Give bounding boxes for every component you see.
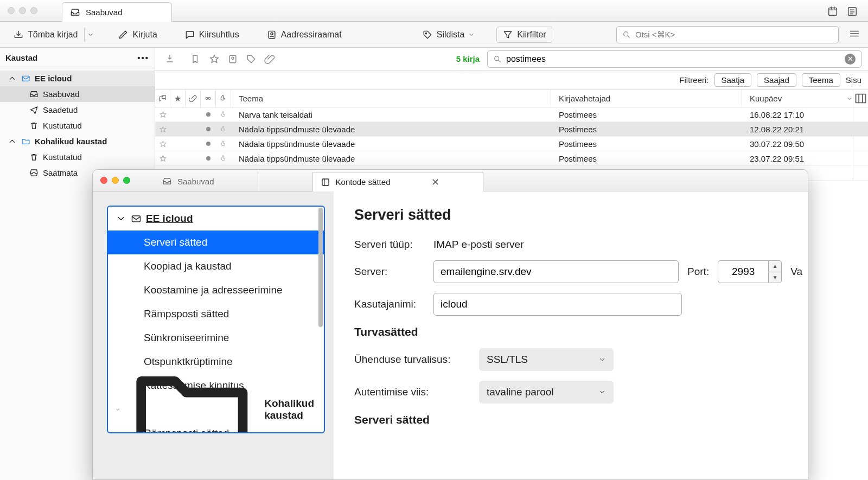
tag-filter-icon[interactable] xyxy=(243,51,259,67)
sidebar-menu-button[interactable]: ••• xyxy=(137,53,149,62)
window-titlebar: Saabuvad xyxy=(0,0,868,22)
hot-icon[interactable] xyxy=(216,137,231,151)
hot-icon[interactable] xyxy=(216,122,231,136)
account-ee-icloud[interactable]: EE icloud xyxy=(0,71,155,86)
chevron-down-icon xyxy=(598,388,606,396)
svg-rect-12 xyxy=(856,94,866,103)
minimize-icon[interactable] xyxy=(19,7,26,14)
folder-trash-local[interactable]: Kustutatud xyxy=(0,149,155,165)
star-icon[interactable] xyxy=(155,122,170,136)
contact-filter-icon[interactable] xyxy=(225,51,241,67)
col-hot-icon[interactable] xyxy=(216,90,231,107)
settings-account-ee[interactable]: EE icloud xyxy=(108,207,324,231)
star-icon[interactable] xyxy=(155,151,170,165)
port-input[interactable] xyxy=(718,260,769,283)
pin-filter-icon[interactable] xyxy=(162,51,178,67)
unread-dot-icon[interactable] xyxy=(201,107,216,121)
zoom-icon[interactable] xyxy=(123,177,130,184)
account-local[interactable]: Kohalikud kaustad xyxy=(0,133,155,149)
quick-filter-search[interactable]: ✕ xyxy=(487,50,861,68)
unread-filter-icon[interactable] xyxy=(188,51,204,67)
col-correspondents[interactable]: Kirjavahetajad xyxy=(551,90,742,107)
chevron-down-icon[interactable]: ▼ xyxy=(769,272,781,283)
hot-icon[interactable] xyxy=(216,107,231,121)
tab-inbox[interactable]: Saabuvad xyxy=(62,2,172,22)
filter-chip-recipients[interactable]: Saajad xyxy=(757,73,796,87)
message-row[interactable]: Nädala tippsündmuste ülevaadePostimees12… xyxy=(155,122,868,137)
message-row[interactable]: Nädala tippsündmuste ülevaadePostimees30… xyxy=(155,137,868,151)
star-filter-icon[interactable] xyxy=(206,51,222,67)
settings-tree-item[interactable]: Koostamine ja adresseerimine xyxy=(108,278,324,302)
chevron-up-icon[interactable]: ▲ xyxy=(769,261,781,272)
folder-sent[interactable]: Saadetud xyxy=(0,102,155,118)
svg-rect-6 xyxy=(22,76,29,81)
calendar-icon[interactable] xyxy=(827,5,839,17)
spacer xyxy=(170,137,186,151)
tasks-icon[interactable] xyxy=(846,5,858,17)
close-tab-button[interactable]: ✕ xyxy=(431,176,439,188)
download-icon xyxy=(13,29,24,40)
folder-tree: EE icloud Saabuvad Saadetud Kustutatud K… xyxy=(0,68,155,183)
col-picker-icon[interactable] xyxy=(853,90,868,107)
close-icon[interactable] xyxy=(8,7,15,14)
get-mail-button[interactable]: Tõmba kirjad xyxy=(8,27,83,43)
quick-filter-bar: 5 kirja ✕ xyxy=(155,48,868,71)
chat-button[interactable]: Kiirsuhtlus xyxy=(179,27,245,43)
unread-dot-icon[interactable] xyxy=(201,122,216,136)
zoom-icon[interactable] xyxy=(30,7,37,14)
tag-button[interactable]: Sildista xyxy=(417,27,481,43)
global-search[interactable] xyxy=(616,26,839,43)
addressbook-button[interactable]: Aadressiraamat xyxy=(261,27,347,43)
message-row[interactable]: Nädala tippsündmuste ülevaadePostimees23… xyxy=(155,151,868,166)
quickfilter-button[interactable]: Kiirfilter xyxy=(496,27,552,43)
search-icon xyxy=(493,55,502,63)
compose-button[interactable]: Kirjuta xyxy=(112,27,162,43)
auth-method-select[interactable]: tavaline parool xyxy=(479,381,614,404)
message-date: 23.07.22 09:51 xyxy=(742,151,853,165)
clear-filter-button[interactable]: ✕ xyxy=(845,54,856,65)
settings-tree-item[interactable]: Serveri sätted xyxy=(108,231,324,254)
filter-chip-body[interactable]: Sisu xyxy=(846,75,861,85)
message-row[interactable]: Narva tank teisaldatiPostimees16.08.22 1… xyxy=(155,107,868,122)
unread-dot-icon[interactable] xyxy=(201,151,216,165)
star-icon[interactable] xyxy=(155,107,170,121)
settings-panel-icon xyxy=(321,177,330,187)
settings-tab-inbox[interactable]: Saabuvad xyxy=(155,171,258,191)
folder-inbox[interactable]: Saabuvad xyxy=(0,86,155,102)
settings-account-local[interactable]: Kohalikud kaustad xyxy=(108,398,324,421)
col-attach-icon[interactable] xyxy=(186,90,201,107)
col-subject[interactable]: Teema xyxy=(231,90,551,107)
server-input[interactable] xyxy=(433,260,679,283)
col-thread-icon[interactable] xyxy=(155,90,170,107)
settings-tree-item[interactable]: Rämpsposti sätted xyxy=(108,302,324,326)
outbox-icon xyxy=(29,168,39,177)
filter-chip-sender[interactable]: Saatja xyxy=(714,73,752,87)
settings-tree-item[interactable]: Koopiad ja kaustad xyxy=(108,254,324,278)
minimize-icon[interactable] xyxy=(112,177,119,184)
addressbook-icon xyxy=(266,29,277,40)
message-subject: Narva tank teisaldati xyxy=(231,107,551,121)
unread-dot-icon[interactable] xyxy=(201,137,216,151)
connection-security-select[interactable]: SSL/TLS xyxy=(479,348,614,371)
get-mail-dropdown[interactable] xyxy=(84,28,96,42)
attachment-filter-icon[interactable] xyxy=(261,51,278,67)
chevron-down-icon xyxy=(468,31,475,38)
app-menu-button[interactable] xyxy=(848,28,860,42)
close-icon[interactable] xyxy=(100,177,107,184)
filter-chip-subject[interactable]: Teema xyxy=(802,73,840,87)
folder-label: Saabuvad xyxy=(43,89,80,99)
col-date[interactable]: Kuupäev xyxy=(742,90,853,107)
col-star-icon[interactable]: ★ xyxy=(170,90,186,107)
star-icon[interactable] xyxy=(155,137,170,151)
col-read-icon[interactable] xyxy=(201,90,216,107)
search-input[interactable] xyxy=(635,30,833,39)
scrollbar[interactable] xyxy=(318,208,323,327)
quick-filter-input[interactable] xyxy=(506,54,840,64)
username-input[interactable] xyxy=(433,293,682,316)
port-stepper[interactable]: ▲▼ xyxy=(769,260,782,283)
chevron-down-icon xyxy=(8,137,17,146)
folder-trash[interactable]: Kustutatud xyxy=(0,118,155,133)
traffic-lights xyxy=(8,7,37,14)
hot-icon[interactable] xyxy=(216,151,231,165)
settings-tab-accounts[interactable]: Kontode sätted ✕ xyxy=(312,172,484,191)
